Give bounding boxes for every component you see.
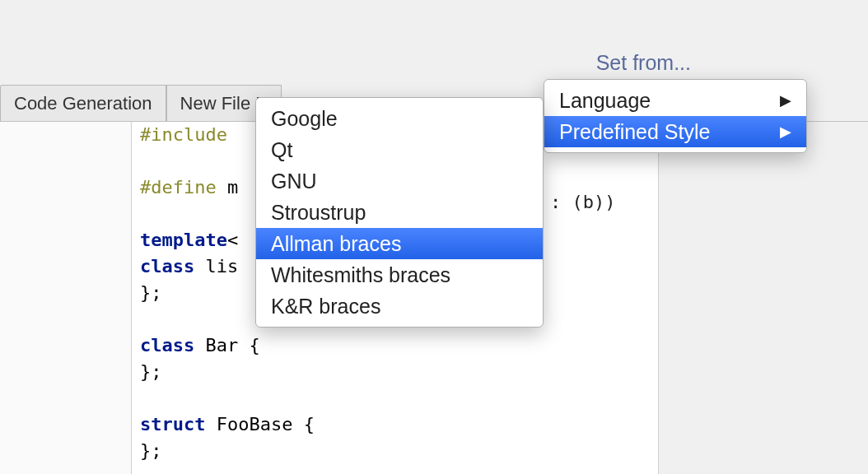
chevron-right-icon: ▶ xyxy=(780,91,791,109)
style-item-stroustrup[interactable]: Stroustrup xyxy=(256,197,543,228)
class-keyword-2: class xyxy=(140,335,194,356)
template-keyword: template xyxy=(140,230,227,250)
menu-label-language: Language xyxy=(559,89,651,113)
menu-item-predefined-style[interactable]: Predefined Style ▶ xyxy=(544,116,806,147)
set-from-link[interactable]: Set from... xyxy=(596,51,691,75)
style-item-google[interactable]: Google xyxy=(256,103,543,134)
tab-code-generation[interactable]: Code Generation xyxy=(0,85,166,121)
style-item-gnu[interactable]: GNU xyxy=(256,165,543,197)
menu-label-predefined: Predefined Style xyxy=(559,120,710,144)
class-keyword: class xyxy=(140,256,194,276)
set-from-menu: Language ▶ Predefined Style ▶ xyxy=(544,79,807,153)
code-fragment-right: : (b)) xyxy=(550,192,615,212)
define-directive: #define xyxy=(140,177,227,198)
menu-item-language[interactable]: Language ▶ xyxy=(544,85,806,116)
include-directive: #include xyxy=(140,124,238,145)
style-item-qt[interactable]: Qt xyxy=(256,134,543,165)
style-item-allman[interactable]: Allman braces xyxy=(256,228,543,259)
predefined-style-submenu: Google Qt GNU Stroustrup Allman braces W… xyxy=(255,97,544,328)
code-gutter xyxy=(0,122,132,474)
struct-keyword: struct xyxy=(140,414,205,434)
chevron-right-icon: ▶ xyxy=(780,123,791,141)
style-item-whitesmiths[interactable]: Whitesmiths braces xyxy=(256,259,543,290)
style-item-kr[interactable]: K&R braces xyxy=(256,290,543,322)
